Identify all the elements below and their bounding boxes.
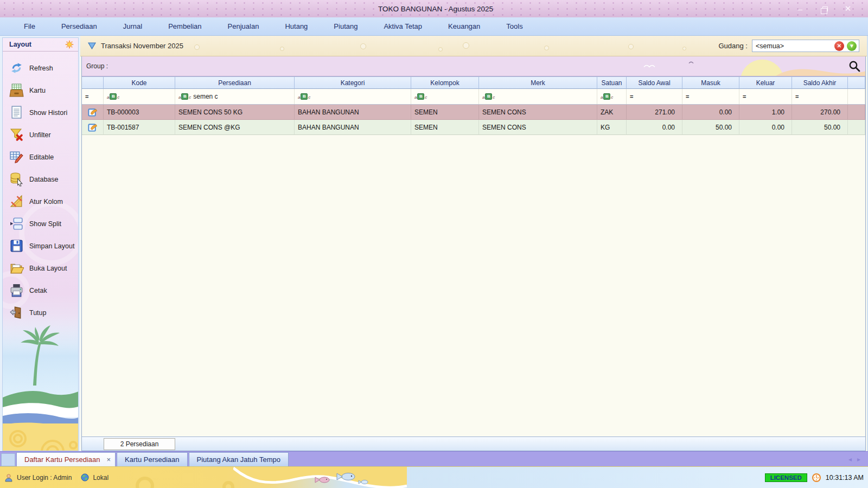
sidebar-item-label: Editable [29, 153, 54, 161]
menu-item-file[interactable]: File [11, 17, 48, 35]
filter-cell-masuk[interactable]: = [682, 89, 739, 104]
tab-label: Daftar Kartu Persediaan [24, 455, 100, 464]
cell-filler [848, 105, 865, 120]
cell-persediaan[interactable]: SEMEN CONS 50 KG [175, 105, 295, 120]
close-button[interactable]: ✕ [843, 5, 853, 12]
column-header-masuk[interactable]: Masuk [682, 76, 739, 89]
clear-gudang-button[interactable]: ✕ [834, 41, 844, 51]
cell-persediaan[interactable]: SEMEN CONS @KG [175, 120, 295, 135]
sidebar-item-cetak[interactable]: Cetak [3, 279, 78, 301]
equals-filter-icon: = [686, 93, 688, 100]
sidebar: Layout RefreshKartuShow HistoriUnfilterE… [0, 36, 80, 451]
column-header-saldo-akhir[interactable]: Saldo Akhir [792, 76, 848, 89]
column-header-merk[interactable]: Merk [479, 76, 597, 89]
filter-cell-kategori[interactable]: aBc [295, 89, 411, 104]
filter-cell-kelompok[interactable]: aBc [411, 89, 479, 104]
table-row[interactable]: TB-000003SEMEN CONS 50 KGBAHAN BANGUNANS… [82, 105, 865, 120]
tab-daftar-kartu-persediaan[interactable]: Daftar Kartu Persediaan× [16, 452, 116, 466]
tab-label: Kartu Persediaan [125, 455, 179, 464]
cell-saldo_awal[interactable]: 0.00 [627, 120, 682, 135]
save-icon [9, 239, 24, 253]
sidebar-item-refresh[interactable]: Refresh [3, 57, 78, 79]
cell-satuan[interactable]: ZAK [597, 105, 627, 120]
filter-value-persediaan[interactable]: semen c [193, 93, 218, 100]
filter-cell-merk[interactable]: aBc [479, 89, 597, 104]
sidebar-item-label: Kartu [29, 87, 46, 94]
menu-item-pembelian[interactable]: Pembelian [155, 17, 214, 35]
bubble-decoration [463, 42, 469, 49]
minimize-button[interactable]: – [795, 5, 805, 12]
column-header-kelompok[interactable]: Kelompok [411, 76, 479, 89]
filter-cell-filler[interactable] [848, 89, 865, 104]
tab-label: Piutang Akan Jatuh Tempo [197, 455, 280, 464]
sun-icon[interactable] [65, 40, 74, 49]
cell-saldo_akhir[interactable]: 50.00 [792, 120, 848, 135]
menu-item-piutang[interactable]: Piutang [321, 17, 371, 35]
restore-button[interactable] [819, 5, 829, 12]
cell-merk[interactable]: SEMEN CONS [479, 120, 597, 135]
cell-masuk[interactable]: 50.00 [682, 120, 739, 135]
cell-saldo_awal[interactable]: 271.00 [627, 105, 682, 120]
cell-keluar[interactable]: 1.00 [739, 105, 792, 120]
menu-item-keuangan[interactable]: Keuangan [435, 17, 493, 35]
sidebar-item-tutup[interactable]: Tutup [3, 301, 78, 324]
filter-cell-keluar[interactable]: = [739, 89, 792, 104]
filter-cell-persediaan[interactable]: aBcsemen c [175, 89, 295, 104]
sidebar-panel: Layout RefreshKartuShow HistoriUnfilterE… [2, 37, 79, 451]
column-header-filler[interactable] [848, 76, 865, 89]
column-header-row-indicator[interactable] [82, 76, 104, 89]
menu-item-tools[interactable]: Tools [493, 17, 535, 35]
menu-item-hutang[interactable]: Hutang [272, 17, 321, 35]
row-card-icon[interactable] [82, 105, 104, 120]
cell-kelompok[interactable]: SEMEN [411, 120, 479, 135]
menu-item-persediaan[interactable]: Persediaan [48, 17, 110, 35]
filter-cell-kode[interactable]: aBc [104, 89, 175, 104]
column-header-keluar[interactable]: Keluar [739, 76, 792, 89]
sidebar-item-atur-kolom[interactable]: Atur Kolom [3, 190, 78, 213]
sidebar-title: Layout [9, 41, 31, 48]
cell-masuk[interactable]: 0.00 [682, 105, 739, 120]
filter-icon[interactable] [88, 42, 96, 49]
tab-close-icon[interactable]: × [106, 455, 111, 464]
sidebar-item-show-split[interactable]: Show Split [3, 213, 78, 235]
column-header-saldo-awal[interactable]: Saldo Awal [627, 76, 682, 89]
table-row[interactable]: TB-001587SEMEN CONS @KGBAHAN BANGUNANSEM… [82, 120, 865, 135]
filter-cell-saldo_akhir[interactable]: = [792, 89, 848, 104]
tab-scroll-right-icon[interactable]: ▸ [857, 455, 860, 463]
menu-item-aktiva-tetap[interactable]: Aktiva Tetap [371, 17, 435, 35]
cell-kategori[interactable]: BAHAN BANGUNAN [295, 105, 411, 120]
cell-keluar[interactable]: 0.00 [739, 120, 792, 135]
sidebar-item-show-histori[interactable]: Show Histori [3, 101, 78, 124]
cell-kategori[interactable]: BAHAN BANGUNAN [295, 120, 411, 135]
panel-title: Transaksi November 2025 [101, 42, 183, 50]
filter-cell-satuan[interactable]: aBc [597, 89, 627, 104]
cell-kode[interactable]: TB-001587 [104, 120, 175, 135]
cell-satuan[interactable]: KG [597, 120, 627, 135]
row-card-icon[interactable] [82, 120, 104, 135]
column-header-satuan[interactable]: Satuan [597, 76, 627, 89]
sidebar-item-simpan-layout[interactable]: Simpan Layout [3, 235, 78, 257]
cell-kode[interactable]: TB-000003 [104, 105, 175, 120]
tab-kartu-persediaan[interactable]: Kartu Persediaan [117, 452, 187, 466]
tab-scroll-left-icon[interactable]: ◂ [848, 455, 852, 463]
tab-piutang-akan-jatuh-tempo[interactable]: Piutang Akan Jatuh Tempo [189, 452, 289, 466]
sidebar-item-editable[interactable]: Editable [3, 146, 78, 168]
cell-kelompok[interactable]: SEMEN [411, 105, 479, 120]
search-icon[interactable] [848, 60, 861, 73]
column-header-kategori[interactable]: Kategori [295, 76, 411, 89]
filter-cell-row-indicator[interactable]: = [82, 89, 104, 104]
filter-cell-saldo_awal[interactable]: = [627, 89, 682, 104]
menu-item-penjualan[interactable]: Penjualan [215, 17, 272, 35]
sidebar-item-unfilter[interactable]: Unfilter [3, 124, 78, 146]
cell-merk[interactable]: SEMEN CONS [479, 105, 597, 120]
open-folder-icon [9, 261, 24, 275]
sidebar-item-buka-layout[interactable]: Buka Layout [3, 257, 78, 279]
cell-saldo_akhir[interactable]: 270.00 [792, 105, 848, 120]
sidebar-item-kartu[interactable]: Kartu [3, 79, 78, 101]
gudang-dropdown-button[interactable]: ▼ [847, 41, 857, 51]
sidebar-item-database[interactable]: Database [3, 168, 78, 190]
column-header-persediaan[interactable]: Persediaan [175, 76, 295, 89]
menu-item-jurnal[interactable]: Jurnal [110, 17, 155, 35]
title-bar: TOKO BANGUNAN - Agustus 2025 – ✕ [0, 0, 868, 17]
column-header-kode[interactable]: Kode [104, 76, 175, 89]
